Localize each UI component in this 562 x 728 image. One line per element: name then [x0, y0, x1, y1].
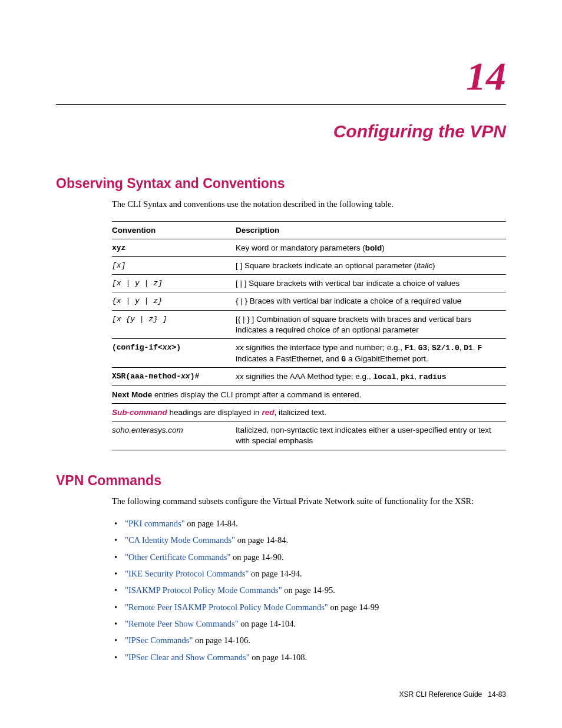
list-item: "CA Identity Mode Commands" on page 14-8… [112, 534, 506, 546]
conventions-table: Convention Description xyz Key word or m… [112, 221, 506, 450]
cell-span: Next Mode entries display the CLI prompt… [112, 386, 506, 403]
xref-link[interactable]: "IPSec Clear and Show Commands" [125, 653, 250, 662]
table-row: [x] [ ] Square brackets indicate an opti… [112, 257, 506, 275]
section-heading-vpn: VPN Commands [56, 473, 506, 489]
cell-conv: soho.enterasys.com [112, 421, 236, 450]
xref-link[interactable]: "IKE Security Protocol Commands" [125, 569, 249, 578]
list-item: "IPSec Commands" on page 14-106. [112, 634, 506, 646]
chapter-number: 14 [56, 53, 506, 100]
footer-page: 14-83 [488, 690, 506, 699]
page-footer: XSR CLI Reference Guide 14-83 [399, 690, 506, 699]
table-row: soho.enterasys.com Italicized, non-synta… [112, 421, 506, 450]
divider [56, 104, 506, 105]
cell-desc: { | } Braces with vertical bar indicate … [236, 292, 506, 310]
table-row: (config-if<xx>) xx signifies the interfa… [112, 339, 506, 368]
command-list: "PKI commands" on page 14-84. "CA Identi… [112, 518, 506, 663]
cell-desc: [{ | } ] Combination of square brackets … [236, 310, 506, 338]
xref-link[interactable]: "ISAKMP Protocol Policy Mode Commands" [125, 585, 282, 595]
cell-conv: XSR(aaa-method-xx)# [112, 368, 236, 386]
table-row: xyz Key word or mandatory parameters (bo… [112, 239, 506, 256]
table-row: {x | y | z} { | } Braces with vertical b… [112, 292, 506, 310]
chapter-title: Configuring the VPN [56, 121, 506, 141]
xref-link[interactable]: "Other Certificate Commands" [125, 552, 230, 562]
table-row: XSR(aaa-method-xx)# xx signifies the AAA… [112, 368, 506, 386]
cell-conv: (config-if<xx>) [112, 339, 236, 368]
cell-conv: xyz [112, 239, 236, 256]
cell-desc: xx signifies the interface type and numb… [236, 339, 506, 368]
section-heading-syntax: Observing Syntax and Conventions [56, 176, 506, 192]
cell-desc: Italicized, non-syntactic text indicates… [236, 421, 506, 450]
xref-link[interactable]: "IPSec Commands" [125, 635, 193, 645]
intro-text-vpn: The following command subsets configure … [112, 496, 506, 508]
list-item: "ISAKMP Protocol Policy Mode Commands" o… [112, 584, 506, 596]
cell-conv: {x | y | z} [112, 292, 236, 310]
xref-link[interactable]: "Remote Peer ISAKMP Protocol Policy Mode… [125, 602, 328, 612]
cell-conv: [x | y | z] [112, 275, 236, 292]
cell-desc: Key word or mandatory parameters (bold) [236, 239, 506, 256]
table-row: Next Mode entries display the CLI prompt… [112, 386, 506, 403]
cell-conv: [x] [112, 257, 236, 275]
xref-link[interactable]: "PKI commands" [125, 519, 185, 528]
list-item: "Remote Peer Show Commands" on page 14-1… [112, 618, 506, 630]
xref-link[interactable]: "CA Identity Mode Commands" [125, 535, 235, 545]
th-convention: Convention [112, 221, 236, 239]
list-item: "IPSec Clear and Show Commands" on page … [112, 651, 506, 663]
table-header-row: Convention Description [112, 221, 506, 239]
cell-desc: [ | ] Square brackets with vertical bar … [236, 275, 506, 292]
list-item: "PKI commands" on page 14-84. [112, 518, 506, 529]
table-row: [x {y | z} ] [{ | } ] Combination of squ… [112, 310, 506, 338]
cell-desc: xx signifies the AAA Method type; e.g., … [236, 368, 506, 386]
cell-conv: [x {y | z} ] [112, 310, 236, 338]
list-item: "Other Certificate Commands" on page 14-… [112, 551, 506, 563]
list-item: "Remote Peer ISAKMP Protocol Policy Mode… [112, 601, 506, 613]
xref-link[interactable]: "Remote Peer Show Commands" [125, 619, 239, 628]
cell-desc: [ ] Square brackets indicate an optional… [236, 257, 506, 275]
intro-text: The CLI Syntax and conventions use the n… [112, 199, 506, 210]
list-item: "IKE Security Protocol Commands" on page… [112, 568, 506, 579]
cell-span: Sub-command headings are displayed in re… [112, 403, 506, 421]
footer-guide: XSR CLI Reference Guide [399, 690, 482, 699]
table-row: Sub-command headings are displayed in re… [112, 403, 506, 421]
table-row: [x | y | z] [ | ] Square brackets with v… [112, 275, 506, 292]
th-description: Description [236, 221, 506, 239]
